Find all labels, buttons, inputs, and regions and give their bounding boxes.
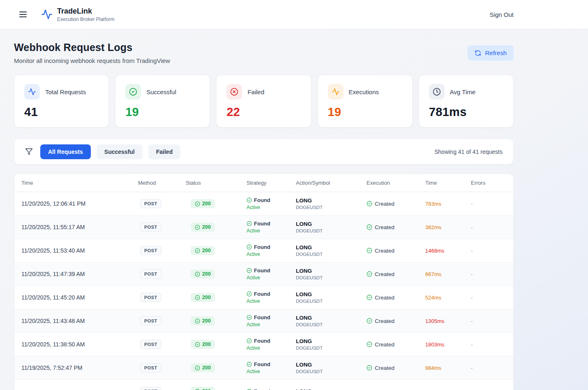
- sign-out-button[interactable]: Sign Out: [490, 11, 514, 18]
- status-badge: 200: [191, 269, 215, 279]
- menu-icon[interactable]: [15, 6, 31, 23]
- table-row: 11/20/2025, 11:43:48 AM POST 200 Found A…: [14, 309, 513, 333]
- status-code: 200: [202, 341, 211, 347]
- strategy-name: Found: [254, 314, 270, 320]
- action-direction: LONG: [296, 244, 367, 251]
- action-symbol-cell: LONG: [296, 388, 367, 390]
- method-badge: POST: [140, 246, 161, 255]
- filter-all-requests-button[interactable]: All Requests: [40, 144, 91, 159]
- execution-status: Created: [375, 295, 394, 301]
- duration: 783ms: [425, 201, 471, 207]
- errors: -: [471, 271, 513, 277]
- execution-status: Created: [375, 271, 394, 277]
- table-row: POST 200 Found LONG: [14, 380, 513, 390]
- page-subtitle: Monitor all incoming webhook requests fr…: [14, 57, 170, 64]
- strategy-cell: Found Active: [247, 291, 296, 304]
- action-direction: LONG: [296, 388, 367, 390]
- duration: 524ms: [425, 295, 471, 301]
- stat-value: 781ms: [429, 105, 503, 119]
- action-symbol-cell: LONG DOGEUSDT: [296, 268, 367, 280]
- strategy-name: Found: [254, 361, 270, 367]
- request-time: 11/20/2025, 12:06:41 PM: [21, 200, 138, 207]
- app-subtitle: Execution Broker Platform: [57, 16, 114, 22]
- table-row: 11/20/2025, 11:55:17 AM POST 200 Found A…: [14, 216, 513, 239]
- stat-card: Avg Time 781ms: [419, 75, 514, 128]
- strategy-cell: Found Active: [247, 361, 296, 374]
- check-circle-icon: [247, 389, 252, 390]
- filter-bar: All Requests Successful Failed Showing 4…: [14, 139, 514, 165]
- duration: 1468ms: [425, 248, 471, 254]
- stat-label: Executions: [349, 88, 379, 95]
- table-row: 11/20/2025, 11:47:39 AM POST 200 Found A…: [14, 262, 513, 286]
- stat-value: 41: [24, 105, 99, 119]
- trading-symbol: DOGEUSDT: [296, 252, 367, 257]
- action-symbol-cell: LONG DOGEUSDT: [296, 338, 367, 351]
- column-header-execution: Execution: [367, 180, 425, 186]
- trading-symbol: DOGEUSDT: [296, 205, 367, 210]
- check-circle-icon: [247, 197, 252, 203]
- strategy-name: Found: [254, 197, 270, 203]
- action-direction: LONG: [296, 338, 367, 344]
- execution-cell: Created: [367, 201, 425, 207]
- column-header-action-symbol: Action/Symbol: [296, 180, 367, 186]
- execution-cell: Created: [367, 295, 425, 301]
- strategy-cell: Found Active: [247, 314, 296, 327]
- filter-successful-button[interactable]: Successful: [97, 144, 143, 159]
- column-header-duration: Time: [425, 180, 471, 186]
- check-circle-icon: [247, 362, 252, 367]
- execution-status: Created: [375, 341, 394, 348]
- brand: TradeLink Execution Broker Platform: [41, 7, 114, 22]
- strategy-cell: Found Active: [247, 197, 296, 210]
- stat-label: Total Requests: [45, 88, 86, 95]
- method-badge: POST: [140, 199, 161, 208]
- table-row: 11/19/2025, 7:52:47 PM POST 200 Found Ac…: [14, 356, 513, 380]
- status-badge: 200: [191, 387, 215, 390]
- action-symbol-cell: LONG DOGEUSDT: [296, 315, 367, 327]
- execution-cell: Created: [367, 224, 425, 230]
- trading-symbol: DOGEUSDT: [296, 369, 367, 374]
- action-direction: LONG: [296, 197, 367, 204]
- method-badge: POST: [140, 387, 161, 390]
- trading-symbol: DOGEUSDT: [296, 322, 367, 327]
- check-circle-icon: [247, 315, 252, 320]
- showing-count-text: Showing 41 of 41 requests: [434, 149, 503, 155]
- check-circle-icon: [367, 365, 372, 371]
- strategy-name: Found: [254, 267, 270, 274]
- errors: -: [471, 365, 513, 371]
- execution-status: Created: [375, 224, 394, 230]
- duration: 1803ms: [425, 341, 471, 348]
- status-badge: 200: [191, 340, 215, 349]
- errors: -: [471, 318, 513, 324]
- table-row: 11/20/2025, 11:38:50 AM POST 200 Found A…: [14, 333, 513, 356]
- strategy-cell: Found Active: [247, 244, 296, 257]
- method-badge: POST: [140, 363, 161, 372]
- column-header-strategy: Strategy: [247, 180, 296, 186]
- execution-cell: Created: [367, 318, 425, 324]
- method-badge: POST: [140, 293, 161, 302]
- app-name: TradeLink: [57, 7, 114, 16]
- x-circle-icon: [226, 84, 242, 100]
- strategy-cell: Found: [247, 388, 296, 390]
- check-circle-icon: [367, 295, 372, 300]
- execution-status: Created: [375, 201, 394, 207]
- action-direction: LONG: [296, 362, 367, 368]
- strategy-name: Found: [254, 338, 270, 344]
- check-circle-icon: [247, 291, 252, 297]
- status-badge: 200: [191, 316, 215, 325]
- check-circle-icon: [247, 268, 252, 273]
- action-symbol-cell: LONG DOGEUSDT: [296, 362, 367, 374]
- stat-label: Failed: [247, 88, 264, 95]
- filter-failed-button[interactable]: Failed: [148, 144, 180, 159]
- execution-status: Created: [375, 248, 394, 254]
- check-circle-icon: [367, 201, 372, 207]
- clock-icon: [429, 84, 445, 100]
- requests-table: Time Method Status Strategy Action/Symbo…: [14, 174, 514, 390]
- request-time: 11/20/2025, 11:55:17 AM: [21, 224, 138, 230]
- duration: 984ms: [425, 365, 471, 371]
- strategy-status: Active: [247, 228, 296, 234]
- refresh-button[interactable]: Refresh: [468, 45, 514, 60]
- execution-status: Created: [375, 318, 394, 324]
- table-row: 11/20/2025, 11:53:40 AM POST 200 Found A…: [14, 239, 513, 262]
- table-row: 11/20/2025, 11:45:20 AM POST 200 Found A…: [14, 286, 513, 309]
- stat-value: 22: [226, 105, 301, 119]
